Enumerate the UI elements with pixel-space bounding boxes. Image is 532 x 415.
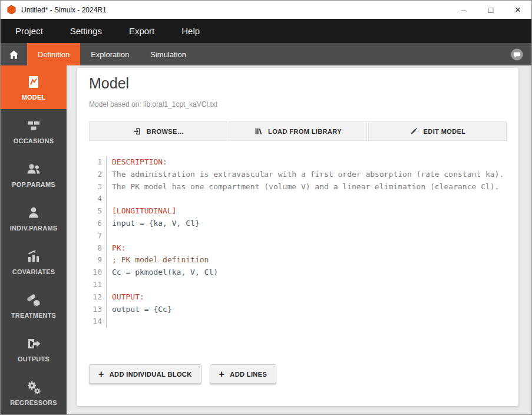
titlebar: Untitled* - Simulx - 2024R1 – □ × (1, 1, 531, 19)
gears-icon (26, 380, 41, 395)
tab-exploration[interactable]: Exploration (80, 43, 140, 65)
line-number: 4 (89, 193, 107, 205)
line-number: 12 (89, 291, 107, 304)
browse-button-label: BROWSE… (147, 128, 184, 135)
feedback-comment-icon[interactable] (510, 48, 524, 61)
model-card: Model Model based on: lib:oral1_1cpt_kaV… (77, 68, 518, 406)
line-number: 13 (89, 304, 107, 316)
code-line-text (107, 315, 112, 328)
import-file-icon (133, 127, 141, 136)
code-line: 2 The administration is extravascular wi… (89, 169, 507, 181)
code-actions: + ADD INDIVIDUAL BLOCK + ADD LINES (89, 364, 507, 384)
occasions-icon (26, 118, 41, 133)
close-button[interactable]: × (504, 1, 531, 19)
line-number: 1 (89, 156, 107, 169)
line-number: 6 (89, 218, 107, 230)
population-icon (26, 162, 41, 177)
add-lines-button[interactable]: + ADD LINES (210, 364, 277, 384)
menu-item-help[interactable]: Help (168, 19, 213, 43)
line-number: 5 (89, 205, 107, 218)
pills-icon (26, 292, 41, 308)
maximize-button[interactable]: □ (477, 1, 504, 19)
sidebar-item-label: COVARIATES (12, 268, 55, 275)
output-arrow-icon (26, 336, 41, 351)
main-area: Model Model based on: lib:oral1_1cpt_kaV… (67, 65, 531, 414)
sidebar-item-treatments[interactable]: TREATMENTS (1, 284, 67, 327)
sidebar-item-indiv-params[interactable]: INDIV.PARAMS (1, 196, 67, 240)
code-line-text: Cc = pkmodel(ka, V, Cl) (107, 266, 218, 279)
code-line-text: output = {Cc} (107, 304, 172, 316)
simulx-logo-icon (6, 5, 16, 15)
code-line-text: The PK model has one compartment (volume… (107, 181, 499, 193)
home-icon (8, 49, 19, 60)
sidebar-item-covariates[interactable]: COVARIATES (1, 240, 67, 284)
menu-item-project[interactable]: Project (2, 19, 57, 43)
home-tab[interactable] (1, 43, 27, 65)
code-line-text (107, 193, 112, 205)
plus-icon: + (219, 370, 225, 379)
add-individual-block-button[interactable]: + ADD INDIVIDUAL BLOCK (89, 364, 201, 384)
code-line-text (107, 279, 112, 291)
code-line: 5 [LONGITUDINAL] (89, 205, 507, 218)
sidebar-item-label: TREATMENTS (11, 312, 56, 319)
code-line: 9 ; PK model definition (89, 254, 507, 266)
tab-label: Exploration (91, 50, 129, 59)
sidebar-item-label: REGRESSORS (10, 399, 57, 406)
plus-icon: + (98, 370, 104, 379)
minimize-button[interactable]: – (450, 1, 477, 19)
add-lines-label: ADD LINES (230, 371, 267, 378)
edit-model-button-label: EDIT MODEL (424, 128, 466, 135)
simulx-window: { "window": { "title": "Untitled* - Simu… (0, 0, 532, 415)
model-source-text: Model based on: lib:oral1_1cpt_kaVCl.txt (89, 100, 507, 108)
sidebar-item-label: OUTPUTS (18, 355, 49, 363)
tabbar: Definition Exploration Simulation (1, 43, 531, 65)
code-line: 14 (89, 315, 507, 328)
code-line: 12 OUTPUT: (89, 291, 507, 304)
sidebar-item-occasions[interactable]: OCCASIONS (1, 109, 67, 153)
sidebar-item-pop-params[interactable]: POP.PARAMS (1, 153, 67, 196)
edit-pencil-icon (409, 127, 418, 136)
menu-item-settings[interactable]: Settings (57, 19, 115, 43)
line-number: 11 (89, 279, 107, 291)
edit-model-button[interactable]: EDIT MODEL (368, 121, 507, 141)
code-line-text: input = {ka, V, Cl} (107, 218, 200, 230)
tabbar-right (510, 43, 531, 65)
line-number: 10 (89, 266, 107, 279)
tab-label: Simulation (150, 50, 186, 59)
code-line-text: PK: (107, 242, 125, 255)
line-number: 8 (89, 242, 107, 255)
window-controls: – □ × (450, 1, 531, 19)
sidebar-item-label: POP.PARAMS (12, 181, 55, 188)
sidebar-item-label: MODEL (22, 94, 46, 101)
sidebar: MODEL OCCASIONS POP.PARAMS INDIV.PARAMS (1, 65, 67, 414)
code-line-text: The administration is extravascular with… (107, 169, 504, 181)
sidebar-item-label: INDIV.PARAMS (10, 225, 58, 232)
covariates-icon (26, 249, 41, 264)
tab-definition[interactable]: Definition (27, 43, 80, 65)
code-line: 3 The PK model has one compartment (volu… (89, 181, 507, 193)
page-title: Model (89, 75, 507, 92)
load-library-button-label: LOAD FROM LIBRARY (268, 128, 342, 135)
code-line-text: DESCRIPTION: (107, 156, 167, 169)
code-line-text: OUTPUT: (107, 291, 144, 304)
browse-button[interactable]: BROWSE… (89, 121, 227, 141)
sidebar-item-outputs[interactable]: OUTPUTS (1, 327, 67, 371)
load-from-library-button[interactable]: LOAD FROM LIBRARY (229, 121, 367, 141)
code-line: 8 PK: (89, 242, 507, 255)
individual-icon (26, 205, 41, 220)
code-line: 7 (89, 230, 507, 242)
model-icon (26, 74, 41, 90)
tab-simulation[interactable]: Simulation (140, 43, 197, 65)
sidebar-item-model[interactable]: MODEL (1, 65, 67, 109)
line-number: 14 (89, 315, 107, 328)
code-line: 13 output = {Cc} (89, 304, 507, 316)
model-code-editor[interactable]: 1 DESCRIPTION: 2 The administration is e… (89, 156, 507, 328)
code-line: 1 DESCRIPTION: (89, 156, 507, 169)
code-line-text: [LONGITUDINAL] (107, 205, 177, 218)
line-number: 3 (89, 181, 107, 193)
sidebar-item-regressors[interactable]: REGRESSORS (1, 371, 67, 414)
window-title: Untitled* - Simulx - 2024R1 (21, 6, 107, 14)
code-line: 6 input = {ka, V, Cl} (89, 218, 507, 230)
sidebar-item-label: OCCASIONS (14, 137, 54, 144)
menu-item-export[interactable]: Export (115, 19, 168, 43)
